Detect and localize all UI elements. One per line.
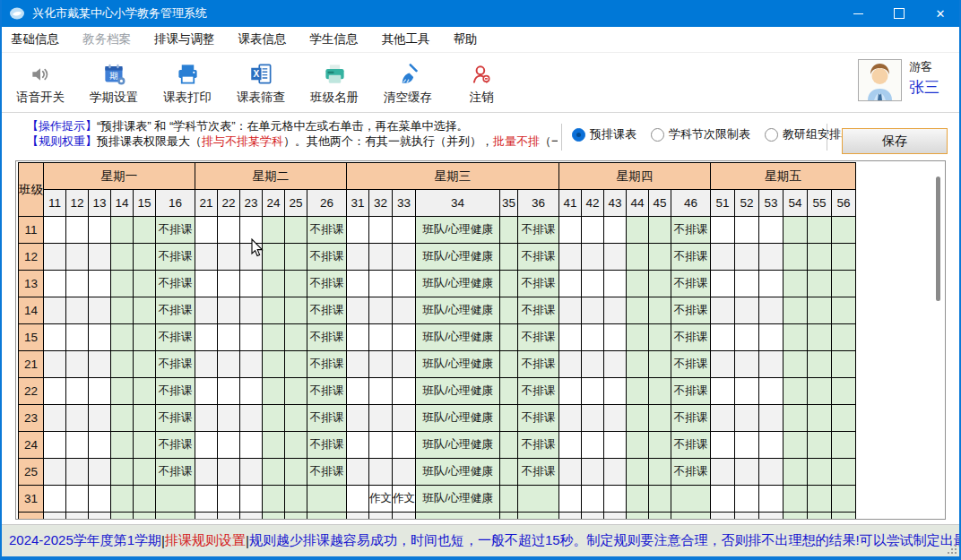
schedule-cell[interactable] [604,217,627,244]
schedule-cell[interactable] [559,513,582,521]
schedule-cell[interactable] [500,351,518,378]
schedule-cell[interactable] [218,244,240,271]
schedule-cell[interactable] [89,378,111,405]
schedule-cell[interactable] [671,486,711,513]
schedule-cell[interactable] [347,405,369,432]
schedule-cell[interactable] [66,405,89,432]
schedule-cell[interactable] [240,378,263,405]
schedule-cell[interactable] [369,378,393,405]
schedule-cell[interactable] [285,351,307,378]
radio-teaching-group-table[interactable]: 教研组安排表 [765,126,853,142]
schedule-cell[interactable]: 不排课 [671,297,711,324]
schedule-cell[interactable] [111,271,134,297]
schedule-cell[interactable] [285,297,307,324]
schedule-cell[interactable] [627,244,649,271]
schedule-cell[interactable] [649,378,671,405]
schedule-cell[interactable] [759,271,784,297]
schedule-cell[interactable] [218,459,240,486]
schedule-cell[interactable] [44,351,66,378]
schedule-cell[interactable] [832,351,856,378]
schedule-cell[interactable] [559,378,582,405]
schedule-cell[interactable]: 不排课 [307,271,347,297]
schedule-cell[interactable] [559,486,582,513]
schedule-cell[interactable]: 不排课 [307,297,347,324]
toolbar-button-clear-cache[interactable]: 清空缓存 [380,60,436,106]
schedule-cell[interactable] [134,405,156,432]
schedule-cell[interactable] [808,244,832,271]
schedule-cell[interactable] [393,244,416,271]
schedule-cell[interactable] [134,351,156,378]
schedule-cell[interactable]: 不排课 [518,351,559,378]
schedule-cell[interactable] [808,405,832,432]
save-button[interactable]: 保存 [842,128,948,154]
schedule-cell[interactable] [263,486,285,513]
schedule-cell[interactable] [759,324,784,351]
schedule-cell[interactable] [89,405,111,432]
schedule-cell[interactable] [240,459,263,486]
schedule-cell[interactable] [735,486,759,513]
schedule-cell[interactable] [66,378,89,405]
schedule-cell[interactable] [500,324,518,351]
schedule-cell[interactable] [111,217,134,244]
schedule-cell[interactable]: 班队/心理健康 [416,513,500,521]
schedule-cell[interactable] [582,378,604,405]
schedule-cell[interactable]: 不排课 [307,351,347,378]
schedule-cell[interactable] [808,297,832,324]
schedule-cell[interactable] [559,405,582,432]
close-button[interactable]: ✕ [920,0,961,27]
schedule-cell[interactable]: 不排课 [307,378,347,405]
schedule-cell[interactable]: 班队/心理健康 [416,405,500,432]
schedule-cell[interactable]: 不排课 [671,459,711,486]
schedule-cell[interactable] [500,432,518,459]
schedule-cell[interactable]: 不排课 [518,405,559,432]
schedule-cell[interactable] [604,459,627,486]
schedule-cell[interactable]: 班队/心理健康 [416,217,500,244]
schedule-cell[interactable] [559,297,582,324]
schedule-cell[interactable] [89,324,111,351]
schedule-cell[interactable] [759,513,784,521]
schedule-cell[interactable] [195,378,218,405]
schedule-cell[interactable]: 不排课 [671,271,711,297]
schedule-cell[interactable] [393,297,416,324]
schedule-cell[interactable] [784,405,808,432]
schedule-cell[interactable] [832,271,856,297]
schedule-cell[interactable] [559,324,582,351]
schedule-cell[interactable] [649,405,671,432]
schedule-cell[interactable] [66,351,89,378]
schedule-cell[interactable] [263,405,285,432]
schedule-cell[interactable] [285,378,307,405]
schedule-cell[interactable] [582,459,604,486]
schedule-cell[interactable] [604,324,627,351]
schedule-cell[interactable] [89,244,111,271]
schedule-cell[interactable] [759,405,784,432]
schedule-cell[interactable]: 不排课 [518,432,559,459]
schedule-cell[interactable]: 班队/心理健康 [416,351,500,378]
schedule-cell[interactable] [627,271,649,297]
schedule-cell[interactable]: 不排课 [518,217,559,244]
schedule-cell[interactable]: 不排课 [307,324,347,351]
menu-item-help[interactable]: 帮助 [454,31,478,47]
schedule-cell[interactable] [784,244,808,271]
schedule-cell[interactable] [111,405,134,432]
schedule-cell[interactable] [582,271,604,297]
schedule-cell[interactable] [89,513,111,521]
schedule-cell[interactable] [369,271,393,297]
schedule-cell[interactable] [111,297,134,324]
schedule-cell[interactable] [44,297,66,324]
schedule-cell[interactable] [240,297,263,324]
schedule-cell[interactable] [759,217,784,244]
schedule-cell[interactable] [604,405,627,432]
schedule-cell[interactable] [604,351,627,378]
schedule-cell[interactable]: 班队/心理健康 [416,244,500,271]
schedule-cell[interactable] [263,324,285,351]
schedule-cell[interactable] [347,244,369,271]
schedule-cell[interactable]: 不排课 [307,244,347,271]
schedule-cell[interactable] [500,271,518,297]
schedule-cell[interactable] [627,217,649,244]
schedule-cell[interactable] [347,271,369,297]
schedule-cell[interactable] [808,486,832,513]
schedule-cell[interactable] [784,513,808,521]
schedule-cell[interactable] [285,271,307,297]
schedule-cell[interactable] [347,351,369,378]
schedule-cell[interactable] [500,513,518,521]
